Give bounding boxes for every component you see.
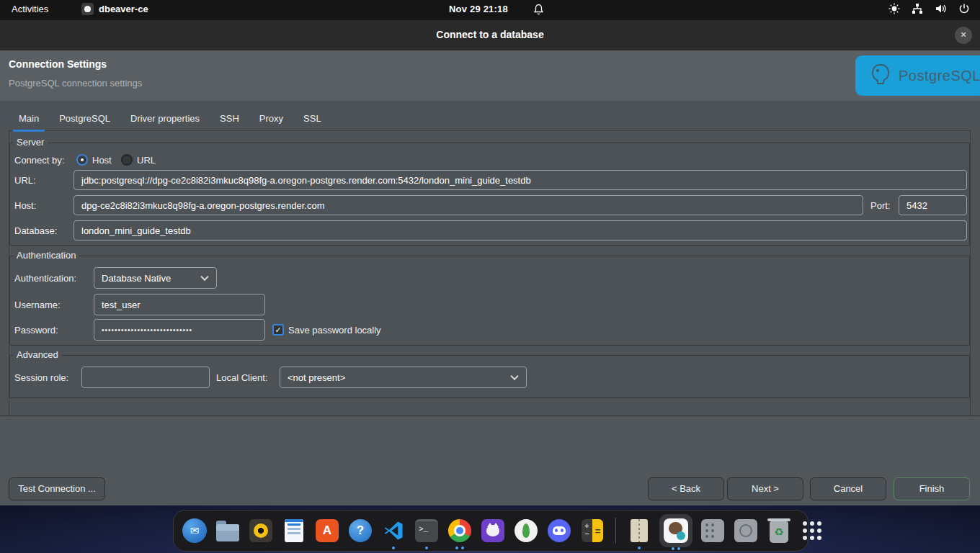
- dock-item-calculator[interactable]: +−=: [579, 518, 605, 544]
- dock-item-github-desktop[interactable]: [480, 518, 506, 544]
- chevron-down-icon: [510, 372, 518, 380]
- authentication-value: Database Native: [102, 273, 171, 284]
- dock-item-discord[interactable]: [546, 518, 572, 544]
- app-grid-icon: [803, 521, 821, 540]
- volume-icon: [935, 3, 947, 14]
- password-input[interactable]: [94, 319, 265, 341]
- port-label: Port:: [870, 200, 890, 211]
- tab-ssh[interactable]: SSH: [210, 109, 249, 130]
- dock-item-help[interactable]: ?: [347, 518, 373, 544]
- dock: ✉ A ? >_ +−= ♻: [173, 510, 808, 552]
- authentication-dropdown[interactable]: Database Native: [94, 267, 217, 289]
- local-client-label: Local Client:: [216, 372, 268, 383]
- save-password-checkbox[interactable]: ✓: [272, 324, 284, 336]
- network-icon: [912, 3, 923, 14]
- thunderbird-icon: ✉: [182, 518, 207, 543]
- back-button[interactable]: < Back: [648, 477, 724, 500]
- brightness-icon: [888, 3, 900, 14]
- database-input[interactable]: [74, 220, 967, 240]
- finish-button[interactable]: Finish: [894, 477, 970, 500]
- postgresql-elephant-icon: [868, 62, 893, 89]
- page-title: Connection Settings: [9, 58, 107, 70]
- database-label: Database:: [14, 225, 57, 236]
- dock-item-archive-manager[interactable]: [626, 518, 652, 544]
- dock-item-mongodb[interactable]: [513, 518, 539, 544]
- notification-bell-icon: [533, 4, 544, 15]
- discord-icon: [548, 519, 571, 542]
- dock-item-thunderbird[interactable]: ✉: [182, 518, 208, 544]
- dialog-footer: Test Connection ... < Back Next > Cancel…: [0, 417, 980, 505]
- libreoffice-writer-icon: [285, 519, 303, 542]
- url-input[interactable]: [74, 170, 967, 190]
- postgresql-logo: PostgreSQL: [855, 55, 980, 96]
- app-menu[interactable]: dbeaver-ce: [81, 3, 148, 15]
- dock-item-trash[interactable]: ♻: [766, 518, 792, 544]
- dock-item-chrome[interactable]: [447, 518, 473, 544]
- terminal-icon: >_: [415, 519, 438, 542]
- dock-item-rhythmbox[interactable]: [248, 518, 274, 544]
- system-top-bar: Activities dbeaver-ce Nov 29 21:18: [0, 0, 980, 20]
- mongodb-icon: [514, 519, 538, 542]
- github-icon: [481, 519, 504, 542]
- system-tray[interactable]: [888, 3, 970, 14]
- wizard-header: Connection Settings PostgreSQL connectio…: [0, 50, 980, 101]
- dbeaver-dock-icon: [664, 518, 688, 543]
- username-label: Username:: [14, 300, 61, 310]
- vscode-icon: [383, 520, 404, 541]
- tab-proxy[interactable]: Proxy: [249, 109, 293, 130]
- dock-item-terminal[interactable]: >_: [414, 518, 440, 544]
- dock-item-disks[interactable]: [733, 518, 759, 544]
- connection-settings-panel: Main PostgreSQL Driver properties SSH Pr…: [0, 101, 980, 416]
- radio-host[interactable]: [76, 154, 88, 166]
- session-role-label: Session role:: [14, 372, 68, 383]
- dialog-titlebar: Connect to a database ×: [0, 20, 980, 50]
- page-subtitle: PostgreSQL connection settings: [9, 78, 142, 89]
- host-label: Host:: [14, 200, 36, 211]
- radio-url-label[interactable]: URL: [137, 155, 156, 166]
- tab-bar: Main PostgreSQL Driver properties SSH Pr…: [9, 109, 971, 131]
- dock-item-dbeaver[interactable]: [659, 514, 692, 547]
- radio-host-label[interactable]: Host: [92, 155, 112, 166]
- dock-item-libreoffice-writer[interactable]: [281, 518, 307, 544]
- port-input[interactable]: [899, 195, 967, 215]
- dock-item-app-grid[interactable]: [799, 518, 825, 544]
- dock-item-list-app[interactable]: [700, 518, 726, 544]
- username-input[interactable]: [94, 294, 265, 315]
- archive-icon: [631, 519, 648, 542]
- chrome-icon: [448, 519, 471, 542]
- close-button[interactable]: ×: [955, 27, 972, 44]
- cancel-button[interactable]: Cancel: [810, 477, 886, 500]
- authentication-label: Authentication:: [14, 273, 76, 284]
- power-icon: [958, 3, 970, 14]
- dock-item-vscode[interactable]: [380, 518, 406, 544]
- screen: Activities dbeaver-ce Nov 29 21:18 Conne…: [0, 0, 980, 553]
- activities-button[interactable]: Activities: [12, 4, 48, 14]
- desktop-background: ✉ A ? >_ +−= ♻: [0, 505, 980, 553]
- trash-icon: ♻: [770, 521, 788, 543]
- tab-ssl[interactable]: SSL: [293, 109, 331, 130]
- tab-driver-properties[interactable]: Driver properties: [120, 109, 210, 130]
- ubuntu-software-icon: A: [316, 519, 339, 542]
- dock-item-files[interactable]: [215, 518, 241, 544]
- app-menu-label: dbeaver-ce: [99, 4, 148, 14]
- test-connection-button[interactable]: Test Connection ...: [9, 477, 105, 500]
- calculator-icon: +−=: [582, 519, 603, 542]
- clock-label[interactable]: Nov 29 21:18: [449, 4, 508, 14]
- local-client-dropdown[interactable]: <not present>: [280, 367, 527, 388]
- list-app-icon: [701, 519, 724, 542]
- password-label: Password:: [14, 325, 58, 336]
- host-input[interactable]: [74, 195, 863, 215]
- files-icon: [216, 524, 239, 541]
- tab-postgresql[interactable]: PostgreSQL: [49, 109, 120, 130]
- postgresql-logo-text: PostgreSQL: [899, 68, 980, 84]
- session-role-input[interactable]: [81, 367, 210, 388]
- local-client-value: <not present>: [288, 372, 345, 383]
- dock-item-ubuntu-software[interactable]: A: [314, 518, 340, 544]
- dbeaver-app-icon: [81, 3, 94, 15]
- disks-icon: [734, 519, 757, 542]
- next-button[interactable]: Next >: [727, 477, 803, 500]
- tab-main[interactable]: Main: [9, 109, 49, 130]
- save-password-label[interactable]: Save password locally: [288, 325, 381, 336]
- url-label: URL:: [14, 175, 36, 186]
- radio-url[interactable]: [121, 154, 133, 166]
